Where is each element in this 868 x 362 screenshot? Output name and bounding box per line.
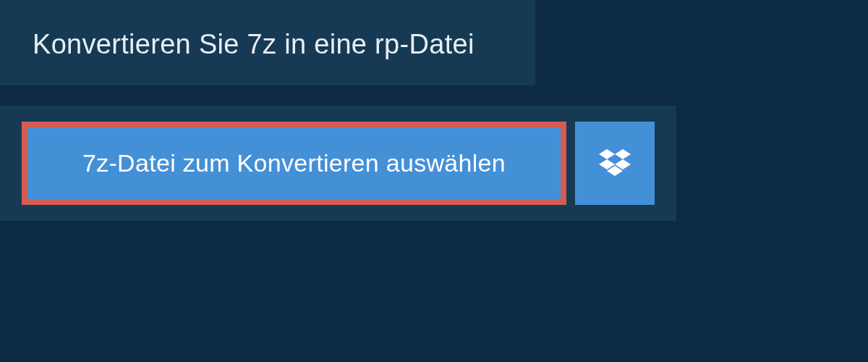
header-panel: Konvertieren Sie 7z in eine rp-Datei	[0, 0, 535, 85]
select-file-button[interactable]: 7z-Datei zum Konvertieren auswählen	[22, 122, 566, 205]
select-file-label: 7z-Datei zum Konvertieren auswählen	[82, 149, 506, 177]
page-title: Konvertieren Sie 7z in eine rp-Datei	[33, 29, 503, 60]
dropbox-button[interactable]	[575, 122, 655, 205]
dropbox-icon	[599, 149, 631, 178]
action-bar: 7z-Datei zum Konvertieren auswählen	[0, 106, 676, 221]
